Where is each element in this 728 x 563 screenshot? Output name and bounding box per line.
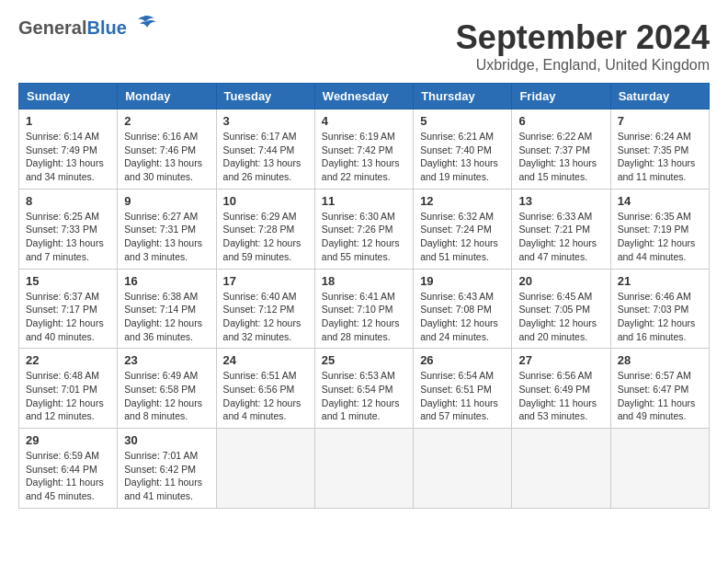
calendar-cell: 7Sunrise: 6:24 AMSunset: 7:35 PMDaylight…	[610, 109, 709, 190]
cell-details: Sunrise: 6:29 AMSunset: 7:28 PMDaylight:…	[223, 210, 308, 264]
calendar-cell: 11Sunrise: 6:30 AMSunset: 7:26 PMDayligh…	[314, 189, 413, 269]
day-number: 19	[420, 274, 505, 288]
day-number: 5	[420, 114, 505, 128]
cell-details: Sunrise: 6:30 AMSunset: 7:26 PMDaylight:…	[322, 210, 406, 264]
cell-details: Sunrise: 6:35 AMSunset: 7:19 PMDaylight:…	[618, 210, 702, 264]
calendar-cell: 12Sunrise: 6:32 AMSunset: 7:24 PMDayligh…	[414, 189, 512, 269]
calendar-cell: 13Sunrise: 6:33 AMSunset: 7:21 PMDayligh…	[512, 189, 610, 269]
logo-general: GeneralBlue	[18, 18, 127, 37]
cell-details: Sunrise: 6:38 AMSunset: 7:14 PMDaylight:…	[124, 290, 209, 344]
day-number: 29	[26, 433, 110, 447]
cell-details: Sunrise: 6:54 AMSunset: 6:51 PMDaylight:…	[420, 369, 505, 423]
calendar-cell: 21Sunrise: 6:46 AMSunset: 7:03 PMDayligh…	[610, 269, 709, 349]
days-of-week-row: SundayMondayTuesdayWednesdayThursdayFrid…	[19, 84, 710, 109]
day-number: 21	[618, 274, 702, 288]
calendar-cell: 26Sunrise: 6:54 AMSunset: 6:51 PMDayligh…	[414, 349, 512, 429]
month-title: September 2024	[456, 18, 710, 57]
day-number: 22	[26, 353, 110, 367]
day-number: 10	[223, 194, 308, 208]
cell-details: Sunrise: 6:57 AMSunset: 6:47 PMDaylight:…	[618, 369, 702, 423]
day-number: 30	[124, 433, 209, 447]
day-number: 8	[26, 194, 110, 208]
day-number: 11	[322, 194, 406, 208]
cell-details: Sunrise: 6:43 AMSunset: 7:08 PMDaylight:…	[420, 290, 505, 344]
day-number: 25	[322, 353, 406, 367]
cell-details: Sunrise: 6:19 AMSunset: 7:42 PMDaylight:…	[322, 130, 406, 184]
calendar-week-row: 22Sunrise: 6:48 AMSunset: 7:01 PMDayligh…	[19, 349, 710, 429]
day-of-week-header: Wednesday	[314, 84, 413, 109]
calendar-cell: 19Sunrise: 6:43 AMSunset: 7:08 PMDayligh…	[414, 269, 512, 349]
day-number: 27	[518, 353, 603, 367]
calendar-cell: 4Sunrise: 6:19 AMSunset: 7:42 PMDaylight…	[314, 109, 413, 190]
day-number: 9	[124, 194, 209, 208]
cell-details: Sunrise: 6:49 AMSunset: 6:58 PMDaylight:…	[124, 369, 209, 423]
calendar-cell: 15Sunrise: 6:37 AMSunset: 7:17 PMDayligh…	[19, 269, 118, 349]
day-of-week-header: Friday	[512, 84, 610, 109]
day-number: 17	[223, 274, 308, 288]
calendar-cell: 6Sunrise: 6:22 AMSunset: 7:37 PMDaylight…	[512, 109, 610, 190]
cell-details: Sunrise: 6:53 AMSunset: 6:54 PMDaylight:…	[322, 369, 406, 423]
day-number: 3	[223, 114, 308, 128]
calendar-cell: 23Sunrise: 6:49 AMSunset: 6:58 PMDayligh…	[118, 349, 216, 429]
calendar-cell: 17Sunrise: 6:40 AMSunset: 7:12 PMDayligh…	[216, 269, 314, 349]
calendar-header: SundayMondayTuesdayWednesdayThursdayFrid…	[19, 84, 710, 109]
cell-details: Sunrise: 6:14 AMSunset: 7:49 PMDaylight:…	[26, 130, 110, 184]
day-number: 15	[26, 274, 110, 288]
day-number: 6	[518, 114, 603, 128]
day-of-week-header: Saturday	[610, 84, 709, 109]
title-block: September 2024 Uxbridge, England, United…	[456, 18, 710, 74]
calendar-cell: 18Sunrise: 6:41 AMSunset: 7:10 PMDayligh…	[314, 269, 413, 349]
cell-details: Sunrise: 6:48 AMSunset: 7:01 PMDaylight:…	[26, 369, 110, 423]
cell-details: Sunrise: 6:33 AMSunset: 7:21 PMDaylight:…	[518, 210, 603, 264]
cell-details: Sunrise: 6:32 AMSunset: 7:24 PMDaylight:…	[420, 210, 505, 264]
cell-details: Sunrise: 6:37 AMSunset: 7:17 PMDaylight:…	[26, 290, 110, 344]
calendar-cell: 3Sunrise: 6:17 AMSunset: 7:44 PMDaylight…	[216, 109, 314, 190]
calendar-cell	[314, 429, 413, 509]
calendar-cell: 5Sunrise: 6:21 AMSunset: 7:40 PMDaylight…	[414, 109, 512, 190]
day-number: 18	[322, 274, 406, 288]
cell-details: Sunrise: 6:41 AMSunset: 7:10 PMDaylight:…	[322, 290, 406, 344]
day-of-week-header: Tuesday	[216, 84, 314, 109]
calendar-cell: 16Sunrise: 6:38 AMSunset: 7:14 PMDayligh…	[118, 269, 216, 349]
calendar-body: 1Sunrise: 6:14 AMSunset: 7:49 PMDaylight…	[19, 109, 710, 509]
calendar-cell: 20Sunrise: 6:45 AMSunset: 7:05 PMDayligh…	[512, 269, 610, 349]
day-number: 14	[618, 194, 702, 208]
calendar-week-row: 15Sunrise: 6:37 AMSunset: 7:17 PMDayligh…	[19, 269, 710, 349]
day-number: 12	[420, 194, 505, 208]
day-of-week-header: Monday	[118, 84, 216, 109]
day-number: 13	[518, 194, 603, 208]
calendar-cell	[216, 429, 314, 509]
calendar-table: SundayMondayTuesdayWednesdayThursdayFrid…	[18, 83, 710, 509]
cell-details: Sunrise: 6:56 AMSunset: 6:49 PMDaylight:…	[518, 369, 603, 423]
cell-details: Sunrise: 6:51 AMSunset: 6:56 PMDaylight:…	[223, 369, 308, 423]
day-number: 20	[518, 274, 603, 288]
day-number: 7	[618, 114, 702, 128]
cell-details: Sunrise: 6:45 AMSunset: 7:05 PMDaylight:…	[518, 290, 603, 344]
logo: GeneralBlue	[18, 18, 156, 37]
calendar-cell: 25Sunrise: 6:53 AMSunset: 6:54 PMDayligh…	[314, 349, 413, 429]
cell-details: Sunrise: 6:22 AMSunset: 7:37 PMDaylight:…	[518, 130, 603, 184]
calendar-week-row: 1Sunrise: 6:14 AMSunset: 7:49 PMDaylight…	[19, 109, 710, 190]
page-header: GeneralBlue September 2024 Uxbridge, Eng…	[18, 18, 710, 74]
calendar-cell: 9Sunrise: 6:27 AMSunset: 7:31 PMDaylight…	[118, 189, 216, 269]
day-number: 26	[420, 353, 505, 367]
day-of-week-header: Sunday	[19, 84, 118, 109]
cell-details: Sunrise: 6:46 AMSunset: 7:03 PMDaylight:…	[618, 290, 702, 344]
calendar-cell: 10Sunrise: 6:29 AMSunset: 7:28 PMDayligh…	[216, 189, 314, 269]
calendar-week-row: 8Sunrise: 6:25 AMSunset: 7:33 PMDaylight…	[19, 189, 710, 269]
calendar-cell: 28Sunrise: 6:57 AMSunset: 6:47 PMDayligh…	[610, 349, 709, 429]
calendar-cell: 1Sunrise: 6:14 AMSunset: 7:49 PMDaylight…	[19, 109, 118, 190]
calendar-cell: 30Sunrise: 7:01 AMSunset: 6:42 PMDayligh…	[118, 429, 216, 509]
calendar-cell: 27Sunrise: 6:56 AMSunset: 6:49 PMDayligh…	[512, 349, 610, 429]
logo-bird-icon	[131, 15, 156, 35]
cell-details: Sunrise: 6:27 AMSunset: 7:31 PMDaylight:…	[124, 210, 209, 264]
day-number: 24	[223, 353, 308, 367]
day-number: 23	[124, 353, 209, 367]
calendar-cell: 29Sunrise: 6:59 AMSunset: 6:44 PMDayligh…	[19, 429, 118, 509]
cell-details: Sunrise: 6:59 AMSunset: 6:44 PMDaylight:…	[26, 449, 110, 503]
calendar-cell: 22Sunrise: 6:48 AMSunset: 7:01 PMDayligh…	[19, 349, 118, 429]
day-number: 28	[618, 353, 702, 367]
day-of-week-header: Thursday	[414, 84, 512, 109]
day-number: 16	[124, 274, 209, 288]
cell-details: Sunrise: 6:25 AMSunset: 7:33 PMDaylight:…	[26, 210, 110, 264]
